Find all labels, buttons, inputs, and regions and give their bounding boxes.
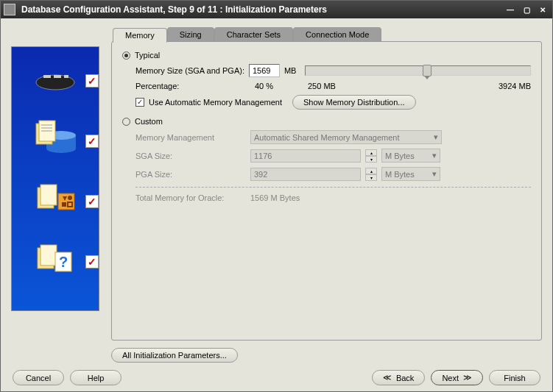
total-label: Total Memory for Oracle:: [135, 193, 246, 202]
chevron-left-icon: ≪: [383, 373, 392, 382]
tab-connection-mode[interactable]: Connection Mode: [293, 27, 381, 42]
memory-slider[interactable]: [305, 65, 531, 76]
sidebar-step-1: [16, 59, 94, 103]
percentage-value: 40 %: [255, 82, 308, 90]
svg-rect-2: [54, 75, 61, 78]
chevron-down-icon: ▾: [432, 169, 437, 179]
svg-point-16: [68, 196, 72, 200]
tab-sizing[interactable]: Sizing: [167, 27, 214, 42]
show-memory-distribution-button[interactable]: Show Memory Distribution...: [292, 95, 416, 110]
pga-unit-select: M Bytes▾: [381, 167, 440, 181]
titlebar: Database Configuration Assistant, Step 9…: [1, 1, 552, 18]
check-icon: [85, 135, 99, 148]
auto-mm-label: Use Automatic Memory Management: [149, 98, 282, 107]
sidebar-step-4: ?: [16, 240, 94, 284]
chevron-down-icon: ▾: [434, 132, 438, 142]
svg-rect-20: [40, 245, 57, 266]
check-icon: [85, 74, 99, 88]
close-button[interactable]: ✕: [536, 4, 549, 15]
all-init-params-button[interactable]: All Initialization Parameters...: [111, 348, 238, 363]
typical-label: Typical: [135, 51, 160, 60]
wizard-buttons: Cancel Help ≪Back Next≫ Finish: [11, 363, 542, 387]
sga-label: SGA Size:: [135, 152, 246, 160]
sidebar-step-3: [16, 179, 94, 224]
mm-select: Automatic Shared Memory Management ▾: [250, 130, 442, 144]
pga-spinner: ▴▾: [365, 168, 377, 181]
sga-unit: M Bytes: [385, 152, 415, 160]
chevron-down-icon: ▾: [432, 151, 437, 160]
memory-size-label: Memory Size (SGA and PGA):: [135, 66, 244, 75]
back-button[interactable]: ≪Back: [372, 370, 425, 385]
finish-button[interactable]: Finish: [489, 370, 540, 385]
percentage-label: Percentage:: [135, 82, 255, 90]
app-icon: [4, 4, 15, 15]
memory-size-unit: MB: [284, 66, 297, 75]
custom-radio[interactable]: Custom: [122, 117, 531, 126]
sga-input: [250, 149, 361, 163]
pga-unit: M Bytes: [385, 170, 415, 179]
minimize-button[interactable]: —: [504, 4, 517, 15]
slider-thumb-icon[interactable]: [423, 65, 432, 76]
slider-max-label: 3924 MB: [499, 82, 531, 90]
custom-label: Custom: [135, 117, 163, 126]
svg-rect-13: [40, 185, 57, 205]
pga-input: [250, 168, 361, 181]
tab-character-sets[interactable]: Character Sets: [214, 27, 293, 42]
typical-radio[interactable]: Typical: [122, 51, 531, 60]
next-button[interactable]: Next≫: [431, 370, 483, 385]
chevron-right-icon: ≫: [463, 373, 472, 382]
memory-size-input[interactable]: [249, 64, 280, 77]
svg-rect-3: [64, 75, 68, 78]
cancel-button[interactable]: Cancel: [13, 370, 64, 385]
sidebar-step-2: [16, 119, 94, 163]
radio-icon: [122, 118, 130, 126]
tab-content: Typical Memory Size (SGA and PGA): MB: [111, 41, 542, 341]
total-value: 1569 M Bytes: [250, 193, 300, 202]
wizard-sidebar: ?: [11, 46, 99, 311]
pga-label: PGA Size:: [135, 170, 246, 179]
svg-text:?: ?: [59, 254, 68, 270]
check-icon: [85, 255, 99, 268]
maximize-button[interactable]: ▢: [520, 4, 533, 15]
window-title: Database Configuration Assistant, Step 9…: [21, 4, 504, 15]
svg-rect-1: [43, 75, 51, 78]
mm-value: Automatic Shared Memory Management: [254, 133, 399, 142]
slider-min-label: 250 MB: [308, 82, 499, 90]
auto-mm-checkbox[interactable]: [135, 98, 144, 107]
help-button[interactable]: Help: [70, 370, 121, 385]
tab-memory[interactable]: Memory: [113, 28, 167, 43]
sga-unit-select: M Bytes▾: [381, 149, 440, 163]
mm-label: Memory Management: [135, 133, 246, 142]
tabs: Memory Sizing Character Sets Connection …: [113, 27, 542, 42]
check-icon: [85, 195, 99, 208]
radio-icon: [122, 51, 130, 60]
sga-spinner: ▴▾: [365, 149, 377, 163]
svg-rect-17: [62, 202, 66, 207]
